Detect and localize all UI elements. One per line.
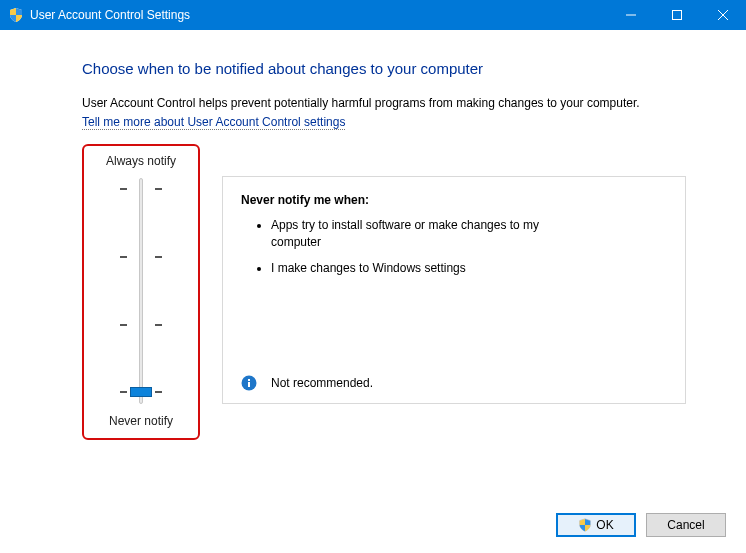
info-panel-list: Apps try to install software or make cha…	[241, 217, 667, 277]
info-bullet: I make changes to Windows settings	[271, 260, 571, 277]
window-title: User Account Control Settings	[30, 8, 190, 22]
uac-shield-icon	[578, 518, 592, 532]
notification-slider[interactable]	[84, 178, 198, 404]
page-heading: Choose when to be notified about changes…	[82, 60, 686, 77]
ok-button[interactable]: OK	[556, 513, 636, 537]
minimize-button[interactable]	[608, 0, 654, 30]
uac-shield-icon	[8, 7, 24, 23]
info-panel: Never notify me when: Apps try to instal…	[222, 176, 686, 404]
info-icon	[241, 375, 257, 391]
cancel-button-label: Cancel	[667, 518, 704, 532]
ok-button-label: OK	[596, 518, 613, 532]
cancel-button[interactable]: Cancel	[646, 513, 726, 537]
titlebar: User Account Control Settings	[0, 0, 746, 30]
window-body: Choose when to be notified about changes…	[0, 30, 746, 553]
svg-rect-1	[673, 11, 682, 20]
info-footer-text: Not recommended.	[271, 376, 373, 390]
page-description: User Account Control helps prevent poten…	[82, 95, 686, 112]
slider-label-top: Always notify	[106, 154, 176, 168]
svg-rect-6	[248, 379, 250, 381]
maximize-button[interactable]	[654, 0, 700, 30]
notification-slider-group: Always notify Never notify	[82, 144, 200, 440]
svg-rect-5	[248, 382, 250, 387]
info-bullet: Apps try to install software or make cha…	[271, 217, 571, 251]
help-link[interactable]: Tell me more about User Account Control …	[82, 115, 345, 130]
info-panel-title: Never notify me when:	[241, 193, 667, 207]
close-button[interactable]	[700, 0, 746, 30]
dialog-buttons: OK Cancel	[556, 513, 726, 537]
slider-ticks	[120, 178, 162, 404]
slider-label-bottom: Never notify	[109, 414, 173, 428]
slider-thumb[interactable]	[130, 387, 152, 397]
